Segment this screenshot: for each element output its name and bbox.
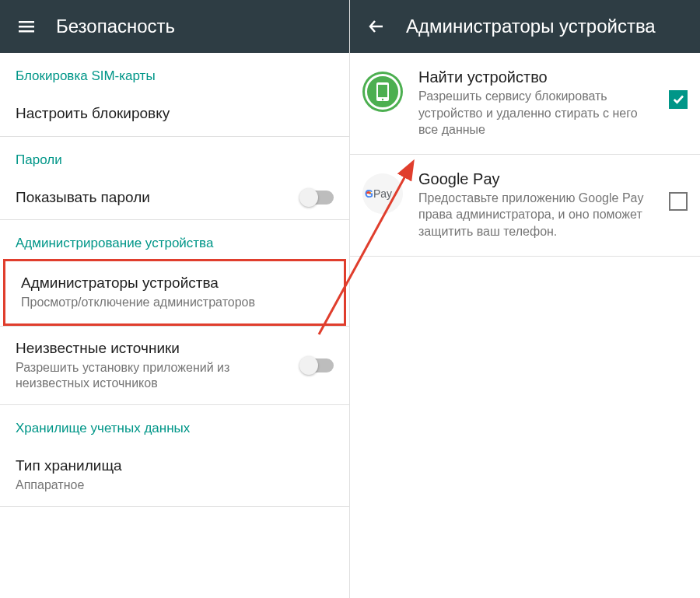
show-passwords-item[interactable]: Показывать пароли (0, 176, 349, 220)
find-device-description: Разрешить сервису блокировать устройство… (418, 88, 660, 138)
appbar-left: Безопасность (0, 0, 349, 53)
highlighted-annotation: Администраторы устройства Просмотр/отклю… (3, 259, 346, 325)
svg-text:Pay: Pay (373, 187, 392, 200)
google-pay-description: Предоставьте приложению Google Pay права… (418, 190, 660, 240)
google-pay-title: Google Pay (418, 170, 660, 188)
google-pay-item[interactable]: G Pay Google Pay Предоставьте приложению… (350, 155, 700, 257)
find-device-title: Найти устройство (418, 68, 660, 86)
hamburger-menu-icon[interactable] (14, 14, 39, 39)
show-passwords-label: Показывать пароли (16, 188, 293, 208)
unknown-sources-subtitle: Разрешить установку приложений из неизве… (16, 360, 293, 393)
svg-point-5 (382, 99, 383, 100)
device-admins-subtitle: Просмотр/отключение администраторов (21, 295, 320, 311)
page-title-right: Администраторы устройства (406, 16, 656, 37)
svg-rect-4 (378, 85, 387, 97)
page-title-left: Безопасность (56, 16, 175, 37)
unknown-sources-toggle[interactable] (301, 358, 334, 372)
section-credentials: Хранилище учетных данных (0, 405, 349, 444)
show-passwords-toggle[interactable] (301, 191, 334, 205)
back-arrow-icon[interactable] (364, 14, 389, 39)
find-device-icon (362, 72, 403, 112)
google-pay-icon: G Pay (362, 173, 403, 214)
storage-type-value: Аппаратное (16, 477, 326, 494)
section-device-admin: Администрирование устройства (0, 220, 349, 259)
find-device-checkbox[interactable] (669, 90, 688, 109)
device-admins-title: Администраторы устройства (21, 274, 320, 293)
unknown-sources-item[interactable]: Неизвестные источники Разрешить установк… (0, 327, 349, 404)
google-pay-checkbox[interactable] (669, 192, 688, 211)
svg-rect-0 (19, 21, 34, 23)
divider (0, 506, 349, 507)
unknown-sources-title: Неизвестные источники (16, 339, 293, 358)
svg-rect-1 (19, 26, 34, 28)
security-settings-panel: Безопасность Блокировка SIM-карты Настро… (0, 0, 350, 598)
section-passwords: Пароли (0, 137, 349, 176)
storage-type-title: Тип хранилища (16, 456, 326, 476)
svg-rect-3 (376, 82, 389, 101)
settings-content: Блокировка SIM-карты Настроить блокировк… (0, 53, 349, 507)
device-admins-panel: Администраторы устройства Найти устройст… (350, 0, 700, 598)
storage-type-item[interactable]: Тип хранилища Аппаратное (0, 444, 349, 505)
appbar-right: Администраторы устройства (350, 0, 700, 53)
svg-rect-2 (19, 30, 34, 33)
device-admins-item[interactable]: Администраторы устройства Просмотр/отклю… (5, 261, 344, 323)
section-sim-lock: Блокировка SIM-карты (0, 53, 349, 92)
find-device-item[interactable]: Найти устройство Разрешить сервису блоки… (350, 53, 700, 155)
setup-lock-item[interactable]: Настроить блокировку (0, 92, 349, 136)
setup-lock-label: Настроить блокировку (16, 104, 326, 124)
